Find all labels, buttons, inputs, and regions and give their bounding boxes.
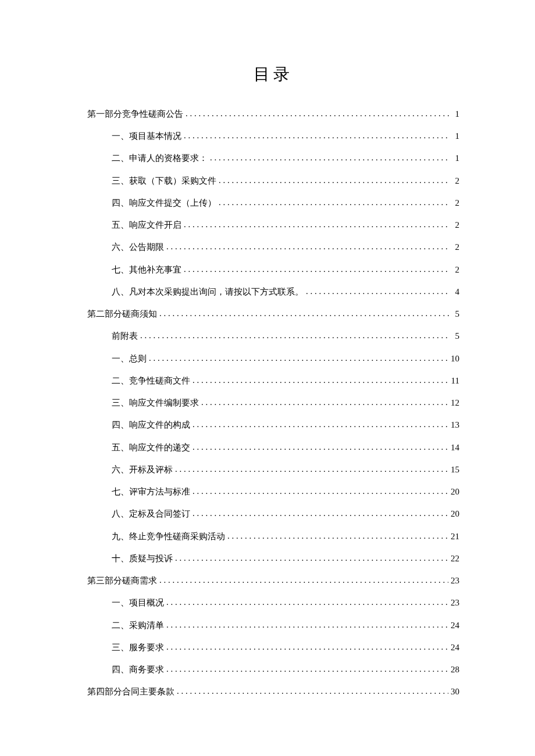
toc-entry-text: 一、项目基本情况 [112, 125, 181, 147]
toc-entry: 六、公告期限2 [87, 236, 459, 258]
toc-entry-text: 第二部分磋商须知 [87, 303, 157, 325]
toc-entry-page: 10 [451, 347, 459, 370]
toc-entry-page: 5 [451, 325, 459, 347]
toc-entry-page: 28 [451, 658, 459, 680]
toc-entry: 八、凡对本次采购提出询问，请按以下方式联系。4 [87, 281, 459, 303]
toc-entry-page: 4 [451, 281, 459, 303]
document-page: 目录 第一部分竞争性磋商公告1一、项目基本情况1二、申请人的资格要求：1三、获取… [0, 0, 535, 703]
toc-entry-page: 21 [451, 525, 459, 547]
toc-leader-dots [184, 124, 449, 146]
toc-entry-page: 1 [451, 103, 459, 125]
toc-entry-page: 23 [451, 569, 459, 592]
toc-entry-page: 24 [451, 636, 459, 658]
toc-entry: 七、其他补充事宜2 [87, 259, 459, 281]
toc-entry-page: 20 [451, 503, 459, 525]
toc-entry-text: 六、开标及评标 [112, 458, 173, 481]
toc-leader-dots [149, 347, 448, 369]
toc-entry: 五、响应文件开启2 [87, 214, 459, 236]
toc-entry: 二、采购清单24 [87, 614, 459, 636]
toc-leader-dots [159, 302, 449, 324]
toc-entry-page: 24 [451, 614, 459, 636]
table-of-contents: 第一部分竞争性磋商公告1一、项目基本情况1二、申请人的资格要求：1三、获取（下载… [87, 103, 459, 703]
toc-entry-text: 五、响应文件开启 [112, 214, 181, 236]
toc-leader-dots [192, 502, 448, 524]
toc-entry: 三、获取（下载）采购文件2 [87, 170, 459, 192]
toc-entry-page: 20 [451, 481, 459, 503]
toc-entry-text: 第一部分竞争性磋商公告 [87, 103, 183, 125]
toc-entry-page: 2 [451, 214, 459, 236]
toc-entry: 一、项目基本情况1 [87, 125, 459, 147]
toc-leader-dots [227, 525, 448, 547]
toc-leader-dots [166, 235, 449, 257]
toc-entry-page: 23 [451, 592, 459, 614]
toc-entry: 六、开标及评标15 [87, 458, 459, 481]
toc-entry-text: 一、总则 [112, 347, 147, 370]
toc-entry-text: 四、响应文件的构成 [112, 414, 190, 436]
toc-leader-dots [175, 458, 448, 480]
toc-entry-text: 六、公告期限 [112, 236, 164, 258]
toc-entry: 第二部分磋商须知5 [87, 303, 459, 325]
toc-entry: 一、总则10 [87, 347, 459, 370]
toc-entry-text: 九、终止竞争性磋商采购活动 [112, 525, 225, 547]
toc-entry-page: 2 [451, 236, 459, 258]
toc-entry-page: 1 [451, 125, 459, 147]
toc-leader-dots [192, 413, 448, 435]
toc-entry: 四、商务要求28 [87, 658, 459, 680]
toc-leader-dots [184, 258, 449, 280]
toc-leader-dots [166, 636, 448, 658]
toc-leader-dots [192, 369, 449, 391]
toc-entry-text: 三、响应文件编制要求 [112, 392, 199, 414]
toc-entry-page: 1 [451, 147, 459, 169]
toc-entry: 三、响应文件编制要求12 [87, 392, 459, 414]
toc-entry-text: 二、竞争性磋商文件 [112, 370, 190, 392]
toc-entry: 八、定标及合同签订20 [87, 503, 459, 525]
toc-entry-page: 12 [451, 392, 459, 414]
toc-leader-dots [159, 569, 448, 591]
toc-entry: 二、申请人的资格要求：1 [87, 147, 459, 169]
toc-entry-text: 一、项目概况 [112, 592, 164, 614]
toc-leader-dots [201, 391, 448, 413]
toc-leader-dots [210, 146, 449, 169]
toc-entry: 十、质疑与投诉22 [87, 547, 459, 569]
toc-leader-dots [219, 191, 449, 213]
toc-entry-page: 2 [451, 170, 459, 192]
toc-entry-text: 二、采购清单 [112, 614, 164, 636]
toc-title: 目录 [87, 63, 459, 85]
toc-entry-text: 第四部分合同主要条款 [87, 680, 174, 703]
toc-leader-dots [177, 680, 448, 702]
toc-entry-text: 八、定标及合同签订 [112, 503, 190, 525]
toc-leader-dots [184, 213, 449, 235]
toc-entry-text: 五、响应文件的递交 [112, 436, 190, 458]
toc-entry: 二、竞争性磋商文件11 [87, 370, 459, 392]
toc-entry-page: 2 [451, 192, 459, 214]
toc-entry-text: 七、其他补充事宜 [112, 259, 181, 281]
toc-entry-text: 七、评审方法与标准 [112, 481, 190, 503]
toc-entry-text: 四、商务要求 [112, 658, 164, 680]
toc-entry: 四、响应文件的构成13 [87, 414, 459, 436]
toc-leader-dots [186, 102, 449, 124]
toc-entry: 三、服务要求24 [87, 636, 459, 658]
toc-entry-page: 22 [451, 547, 459, 569]
toc-entry-text: 前附表 [112, 325, 138, 347]
toc-leader-dots [175, 547, 448, 569]
toc-entry: 九、终止竞争性磋商采购活动21 [87, 525, 459, 547]
toc-leader-dots [306, 280, 449, 302]
toc-entry: 前附表5 [87, 325, 459, 347]
toc-entry: 第三部分磋商需求23 [87, 569, 459, 592]
toc-entry-text: 第三部分磋商需求 [87, 569, 157, 592]
toc-entry-page: 30 [451, 680, 459, 703]
toc-entry-page: 2 [451, 259, 459, 281]
toc-entry-page: 13 [451, 414, 459, 436]
toc-entry: 七、评审方法与标准20 [87, 481, 459, 503]
toc-leader-dots [219, 169, 449, 191]
toc-leader-dots [192, 480, 448, 502]
toc-entry-page: 14 [451, 436, 459, 458]
toc-entry: 第四部分合同主要条款30 [87, 680, 459, 703]
toc-entry-text: 三、服务要求 [112, 636, 164, 658]
toc-entry-page: 5 [451, 303, 459, 325]
toc-leader-dots [166, 658, 448, 680]
toc-entry: 一、项目概况23 [87, 592, 459, 614]
toc-entry-text: 四、响应文件提交（上传） [112, 192, 216, 214]
toc-entry-text: 八、凡对本次采购提出询问，请按以下方式联系。 [112, 281, 304, 303]
toc-entry-text: 二、申请人的资格要求： [112, 147, 208, 169]
